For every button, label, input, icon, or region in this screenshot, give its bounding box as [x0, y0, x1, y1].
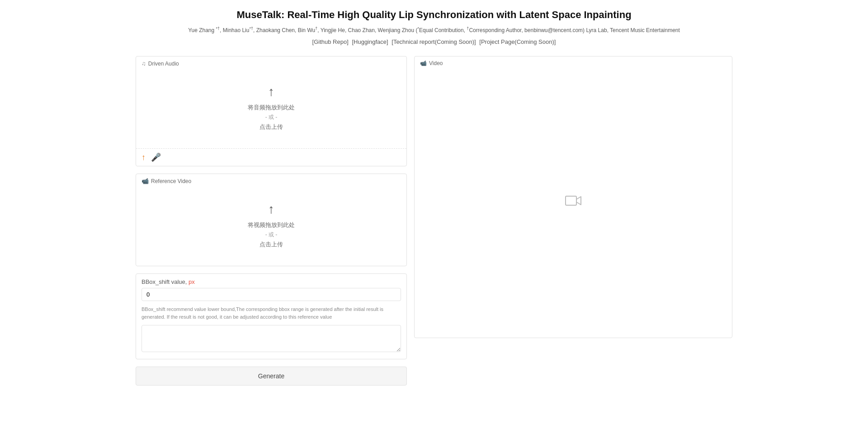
page-title: MuseTalk: Real-Time High Quality Lip Syn…	[136, 9, 732, 21]
driven-audio-section: ♫ Driven Audio ↑ 将音频拖放到此处 - 或 - 点击上传 ↑ 🎤	[136, 56, 407, 166]
bbox-textarea[interactable]	[142, 325, 401, 352]
right-panel: 📹 Video	[414, 56, 732, 338]
bbox-px-tag: px	[189, 278, 195, 285]
audio-upload-main-text: 将音频拖放到此处	[248, 104, 295, 112]
audio-toolbar: ↑ 🎤	[136, 148, 406, 166]
video-upload-or-text: - 或 -	[265, 231, 278, 239]
music-icon: ♫	[142, 60, 146, 67]
left-panel: ♫ Driven Audio ↑ 将音频拖放到此处 - 或 - 点击上传 ↑ 🎤…	[136, 56, 407, 386]
video-empty-icon	[565, 194, 581, 211]
github-repo-link[interactable]: [Github Repo]	[312, 38, 349, 45]
driven-audio-label: ♫ Driven Audio	[136, 56, 406, 67]
video-upload-click-text: 点击上传	[259, 240, 283, 249]
reference-video-label: 📹 Reference Video	[136, 174, 406, 184]
audio-upload-button[interactable]: ↑	[142, 153, 146, 162]
authors-text: Yue Zhang *†, Minhao Liu*†, Zhaokang Che…	[136, 25, 732, 35]
video-placeholder	[415, 66, 732, 338]
video-output-icon: 📹	[420, 60, 427, 66]
page-header: MuseTalk: Real-Time High Quality Lip Syn…	[136, 9, 732, 45]
bbox-label: BBox_shift value, px	[136, 274, 406, 288]
svg-rect-0	[566, 196, 576, 205]
video-output-label: 📹 Video	[415, 56, 732, 66]
bbox-note-text: BBox_shift recommend value lower bound,T…	[136, 306, 406, 325]
reference-video-section: 📹 Reference Video ↑ 将视频拖放到此处 - 或 - 点击上传	[136, 174, 407, 266]
audio-upload-click-text: 点击上传	[259, 123, 283, 131]
project-page-link[interactable]: [Project Page(Coming Soon)]	[479, 38, 556, 45]
upload-icon: ↑	[268, 85, 274, 99]
video-upload-main-text: 将视频拖放到此处	[248, 221, 295, 229]
audio-upload-area[interactable]: ↑ 将音频拖放到此处 - 或 - 点击上传	[136, 67, 406, 148]
video-upload-area[interactable]: ↑ 将视频拖放到此处 - 或 - 点击上传	[136, 184, 406, 266]
technical-report-link[interactable]: [Technical report(Coming Soon)]	[392, 38, 476, 45]
generate-button[interactable]: Generate	[136, 367, 407, 386]
audio-upload-or-text: - 或 -	[265, 113, 278, 121]
audio-mic-button[interactable]: 🎤	[151, 152, 161, 162]
huggingface-link[interactable]: [Huggingface]	[352, 38, 388, 45]
bbox-shift-input[interactable]	[142, 288, 401, 301]
paper-links: [Github Repo] [Huggingface] [Technical r…	[136, 38, 732, 45]
main-content: ♫ Driven Audio ↑ 将音频拖放到此处 - 或 - 点击上传 ↑ 🎤…	[136, 56, 732, 386]
bbox-section: BBox_shift value, px BBox_shift recommen…	[136, 273, 407, 359]
video-upload-icon: ↑	[268, 202, 274, 216]
video-camera-icon: 📹	[142, 178, 149, 184]
